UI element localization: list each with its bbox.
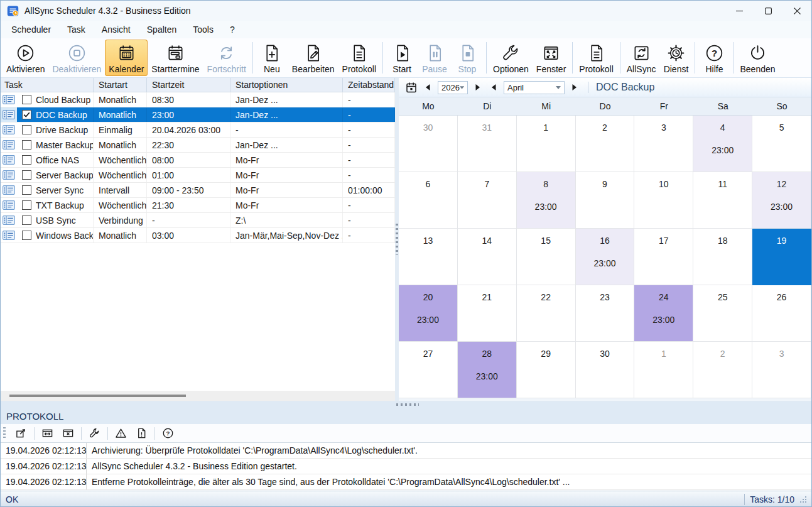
starttermine-button[interactable]: Starttermine — [148, 40, 203, 76]
bearbeiten-button[interactable]: Bearbeiten — [288, 40, 338, 76]
calendar-day-13[interactable]: 13 — [399, 229, 458, 285]
calendar-day-31-adjacent[interactable]: 31 — [458, 116, 517, 172]
protokoll-splitter[interactable] — [1, 401, 811, 408]
close-button[interactable] — [782, 1, 811, 21]
aktivieren-button[interactable]: Aktivieren — [3, 40, 48, 76]
task-row[interactable]: Server SyncIntervall09:00 - 23:50Mo-Fr01… — [1, 183, 395, 198]
task-checkbox[interactable] — [22, 95, 31, 104]
menu-item-help[interactable]: ? — [222, 21, 243, 38]
fit-width-button[interactable] — [37, 425, 58, 441]
allsync-button[interactable]: AllSync — [623, 40, 660, 76]
calendar-day-25[interactable]: 25 — [693, 285, 752, 342]
maximize-button[interactable] — [754, 1, 782, 21]
calendar-day-2[interactable]: 2 — [576, 116, 635, 172]
calendar-day-24[interactable]: 2423:00 — [634, 285, 693, 342]
next-month-button[interactable] — [569, 82, 580, 93]
calendar-day-30-adjacent[interactable]: 30 — [399, 116, 458, 172]
calendar-day-14[interactable]: 14 — [458, 229, 517, 285]
task-row[interactable]: Cloud BackupMonatlich08:30Jan-Dez ...- — [1, 92, 395, 107]
column-header-startart[interactable]: Startart — [94, 78, 147, 92]
month-select[interactable]: April — [504, 81, 565, 94]
calendar-day-28[interactable]: 2823:00 — [458, 342, 517, 398]
calendar-day-4[interactable]: 423:00 — [693, 116, 752, 172]
task-checkbox[interactable] — [22, 110, 31, 119]
pause-button[interactable]: Pause — [418, 40, 451, 76]
calendar-day-9[interactable]: 9 — [576, 172, 635, 229]
warnings-button[interactable] — [111, 425, 131, 441]
year-select[interactable]: 2026 — [438, 81, 468, 94]
menu-item-tools[interactable]: Tools — [185, 21, 222, 38]
calendar-day-7[interactable]: 7 — [458, 172, 517, 229]
calendar-day-20[interactable]: 2023:00 — [399, 285, 458, 342]
horizontal-scrollbar[interactable] — [1, 391, 395, 401]
calendar-day-29[interactable]: 29 — [517, 342, 576, 398]
calendar-day-8[interactable]: 823:00 — [517, 172, 576, 229]
task-checkbox[interactable] — [22, 155, 31, 165]
log-row[interactable]: 19.04.2026 02:12:13Archivierung: Überprü… — [1, 443, 811, 459]
stop-button[interactable]: Stop — [451, 40, 484, 76]
task-checkbox[interactable] — [22, 215, 31, 225]
column-header-task[interactable]: Task — [1, 78, 94, 92]
prev-month-button[interactable] — [488, 82, 499, 93]
calendar-day-12[interactable]: 1223:00 — [752, 172, 811, 229]
task-checkbox[interactable] — [22, 140, 31, 150]
neu-button[interactable]: Neu — [256, 40, 288, 76]
calendar-day-15[interactable]: 15 — [517, 229, 576, 285]
dienst-button[interactable]: Dienst — [659, 40, 692, 76]
calendar-day-3[interactable]: 3 — [634, 116, 693, 172]
task-row[interactable]: Office NASWöchentlich08:00Mo-Fr- — [1, 153, 395, 168]
kalender-button[interactable]: Kalender — [105, 40, 148, 76]
menu-item-ansicht[interactable]: Ansicht — [94, 21, 139, 38]
column-header-startzeit[interactable]: Startzeit — [147, 78, 230, 92]
menu-item-task[interactable]: Task — [59, 21, 94, 38]
hilfe-button[interactable]: ?Hilfe — [698, 40, 730, 76]
task-checkbox[interactable] — [22, 185, 31, 195]
calendar-day-18[interactable]: 18 — [693, 229, 752, 285]
calendar-day-17[interactable]: 17 — [634, 229, 693, 285]
menu-item-scheduler[interactable]: Scheduler — [3, 21, 59, 38]
minimize-button[interactable] — [725, 1, 754, 21]
close-log-button[interactable] — [58, 425, 78, 441]
log-row[interactable]: 19.04.2026 02:12:13AllSync Scheduler 4.3… — [1, 459, 811, 474]
task-row[interactable]: Master BackupMonatlich22:30Jan-Dez ...- — [1, 138, 395, 153]
column-header-startoptionen[interactable]: Startoptionen — [230, 78, 343, 92]
protokoll-global-button[interactable]: Protokoll — [575, 40, 617, 76]
calendar-day-3-adjacent[interactable]: 3 — [752, 342, 811, 398]
toolbar-drag-handle[interactable] — [3, 427, 6, 440]
calendar-day-26[interactable]: 26 — [752, 285, 811, 342]
calendar-day-21[interactable]: 21 — [458, 285, 517, 342]
task-row[interactable]: Windows BackupMonatlich03:00Jan-Mär,Mai-… — [1, 228, 395, 243]
next-year-button[interactable] — [472, 82, 484, 93]
beenden-button[interactable]: Beenden — [736, 40, 779, 76]
log-options-button[interactable] — [84, 425, 105, 441]
task-checkbox[interactable] — [22, 231, 31, 240]
log-file-warnings-button[interactable] — [131, 425, 152, 441]
fenster-button[interactable]: Fenster — [533, 40, 570, 76]
calendar-day-11[interactable]: 11 — [693, 172, 752, 229]
calendar-day-10[interactable]: 10 — [634, 172, 693, 229]
calendar-day-19[interactable]: 19 — [752, 229, 811, 285]
menu-item-spalten[interactable]: Spalten — [139, 21, 185, 38]
prev-year-button[interactable] — [422, 82, 433, 93]
scrollbar-thumb[interactable] — [9, 395, 186, 397]
log-help-button[interactable]: ? — [158, 425, 178, 441]
task-row[interactable]: TXT BackupWöchentlich21:30Mo-Fr- — [1, 198, 395, 213]
task-checkbox[interactable] — [22, 170, 31, 180]
calendar-day-27[interactable]: 27 — [399, 342, 458, 398]
column-header-zeitabstand[interactable]: Zeitabstand — [343, 78, 395, 92]
task-row[interactable]: DOC BackupMonatlich23:00Jan-Dez ...- — [1, 107, 395, 123]
calendar-day-22[interactable]: 22 — [517, 285, 576, 342]
task-checkbox[interactable] — [22, 200, 31, 210]
task-checkbox[interactable] — [22, 125, 31, 134]
calendar-day-5[interactable]: 5 — [752, 116, 811, 172]
task-row[interactable]: Drive BackupEinmalig20.04.2026 03:00-- — [1, 123, 395, 138]
open-log-window-button[interactable] — [11, 425, 31, 441]
calendar-day-1-adjacent[interactable]: 1 — [634, 342, 693, 398]
calendar-day-2-adjacent[interactable]: 2 — [693, 342, 752, 398]
start-button[interactable]: Start — [386, 40, 418, 76]
task-row[interactable]: USB SyncVerbindung-Z:\- — [1, 213, 395, 228]
fortschritt-button[interactable]: Fortschritt — [203, 40, 250, 76]
resize-grip[interactable] — [799, 496, 808, 504]
task-row[interactable]: Server BackupWöchentlich01:00Mo-Fr- — [1, 168, 395, 183]
optionen-button[interactable]: Optionen — [489, 40, 533, 76]
